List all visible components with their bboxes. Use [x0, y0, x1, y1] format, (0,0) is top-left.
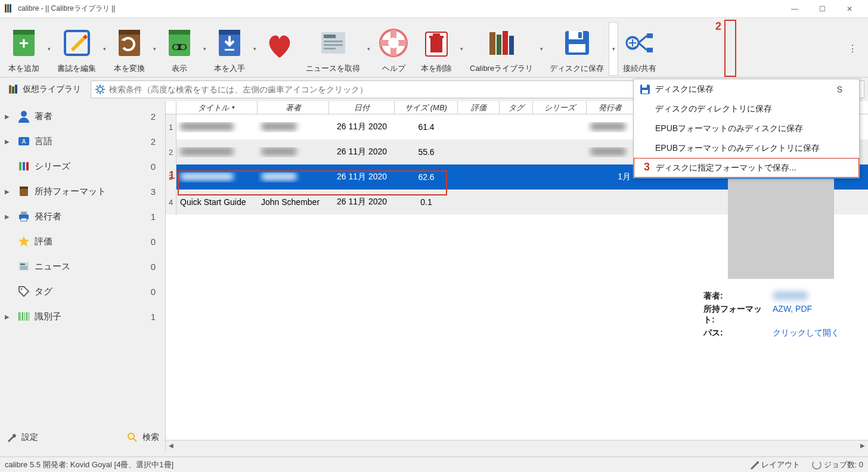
help-button[interactable]: ヘルプ	[372, 20, 415, 77]
svg-rect-22	[430, 38, 442, 52]
dropdown-arrow-icon[interactable]	[538, 22, 545, 76]
toolbar: + 本を追加 書誌を編集 本を変換 表示 本を入手 ニュースを取得 ヘルプ 本を…	[0, 18, 868, 77]
series-icon	[17, 159, 31, 173]
jobs-indicator[interactable]: ジョブ数: 0	[812, 459, 863, 470]
col-rating[interactable]: 評価	[458, 101, 500, 114]
sidebar: ▶ 著者 2 ▶ A 言語 2 シリーズ 0 ▶ 所持フォーマット	[0, 101, 166, 451]
search-button[interactable]: 検索	[127, 432, 159, 443]
edit-metadata-button[interactable]: 書誌を編集	[52, 20, 101, 77]
tag-icon	[17, 284, 31, 299]
svg-rect-37	[647, 48, 653, 52]
svg-rect-15	[324, 35, 336, 38]
view-button[interactable]: 表示	[158, 20, 201, 77]
svg-line-34	[638, 36, 647, 43]
svg-rect-13	[225, 49, 234, 51]
save-icon	[640, 84, 652, 95]
horizontal-scrollbar[interactable]: ◀▶	[166, 440, 868, 451]
dropdown-arrow-icon[interactable]	[201, 22, 208, 76]
virtual-library-button[interactable]: 仮想ライブラリ	[4, 82, 86, 97]
fetch-news-button[interactable]: ニュースを取得	[301, 20, 365, 77]
minimize-button[interactable]: —	[781, 0, 808, 18]
sidebar-item-rating[interactable]: 評価 0	[0, 229, 165, 254]
menu-save-epub-directory[interactable]: EPUBフォーマットのみディレクトリに保存	[634, 138, 859, 158]
svg-rect-76	[642, 90, 648, 94]
svg-line-73	[134, 439, 137, 442]
close-button[interactable]: ✕	[836, 0, 863, 18]
news-icon	[17, 259, 31, 274]
annotation-3: 3	[644, 161, 650, 173]
settings-button[interactable]: 設定	[6, 432, 38, 443]
menu-save-directory[interactable]: ディスクのディレクトリに保存	[634, 99, 859, 119]
spinner-icon	[812, 460, 822, 470]
col-date[interactable]: 日付	[329, 101, 395, 114]
delete-book-button[interactable]: 本を削除	[415, 20, 458, 77]
detail-format-value[interactable]: AZW, PDF	[773, 304, 812, 325]
col-size[interactable]: サイズ (MB)	[395, 101, 458, 114]
sidebar-item-author[interactable]: ▶ 著者 2	[0, 104, 165, 129]
svg-point-10	[181, 45, 185, 49]
svg-rect-28	[509, 36, 514, 55]
wrench-icon	[6, 432, 19, 443]
svg-rect-67	[20, 312, 21, 321]
svg-rect-25	[489, 32, 495, 55]
menu-save-epub-disk[interactable]: EPUBフォーマットのみディスクに保存	[634, 119, 859, 138]
calibre-library-button[interactable]: Calibreライブラリ	[465, 20, 538, 77]
status-bar: calibre 5.5 開発者: Kovid Goyal [4冊、選択中1冊] …	[0, 457, 868, 472]
fetch-book-button[interactable]: 本を入手	[208, 20, 251, 77]
window-title: calibre - || Calibreライブラリ ||	[18, 4, 115, 14]
col-tags[interactable]: タグ	[500, 101, 533, 114]
save-to-disk-button[interactable]: ディスクに保存	[545, 20, 609, 77]
svg-rect-32	[569, 44, 585, 52]
svg-point-9	[173, 45, 178, 49]
add-book-button[interactable]: + 本を追加	[2, 20, 45, 77]
sidebar-item-identifier[interactable]: ▶ 識別子 1	[0, 304, 165, 329]
col-title[interactable]: タイトル▼	[176, 101, 258, 114]
svg-rect-53	[19, 162, 21, 170]
heart-button[interactable]	[258, 20, 301, 77]
menu-save-specific-format[interactable]: ディスクに指定フォーマットで保存...	[634, 158, 859, 178]
sidebar-item-format[interactable]: ▶ 所持フォーマット 3	[0, 179, 165, 204]
overflow-menu-icon[interactable]: ⋮	[841, 43, 866, 54]
svg-rect-39	[12, 86, 14, 94]
sidebar-item-series[interactable]: シリーズ 0	[0, 154, 165, 179]
sidebar-item-tags[interactable]: タグ 0	[0, 279, 165, 304]
svg-rect-31	[578, 32, 582, 38]
col-author[interactable]: 著者	[258, 101, 329, 114]
detail-path-value[interactable]: クリックして開く	[773, 328, 839, 339]
svg-rect-24	[433, 33, 440, 36]
maximize-button[interactable]: ☐	[808, 0, 836, 18]
sidebar-item-language[interactable]: ▶ A 言語 2	[0, 129, 165, 154]
svg-rect-27	[503, 31, 508, 55]
chevron-right-icon: ▶	[5, 188, 13, 195]
convert-book-button[interactable]: 本を変換	[108, 20, 151, 77]
svg-rect-26	[497, 35, 501, 55]
col-publisher[interactable]: 発行者	[587, 101, 634, 114]
sidebar-item-publisher[interactable]: ▶ 発行者 1	[0, 204, 165, 229]
gear-icon[interactable]	[95, 84, 106, 95]
annotation-1: 1	[169, 169, 175, 182]
svg-text:A: A	[22, 138, 26, 145]
chevron-right-icon: ▶	[5, 313, 13, 320]
layout-button[interactable]: レイアウト	[749, 459, 800, 470]
svg-line-49	[103, 86, 104, 87]
svg-point-41	[98, 87, 103, 92]
svg-rect-75	[642, 85, 647, 88]
book-cover[interactable]	[728, 179, 834, 279]
dropdown-arrow-icon[interactable]	[101, 22, 108, 76]
dropdown-arrow-icon[interactable]	[251, 22, 258, 76]
details-panel: 著者: 所持フォーマット:AZW, PDF パス:クリックして開く	[703, 179, 858, 341]
dropdown-arrow-icon[interactable]	[365, 22, 372, 76]
menu-save-to-disk[interactable]: ディスクに保存 S	[634, 79, 859, 99]
chevron-right-icon: ▶	[5, 138, 13, 145]
save-to-disk-dropdown[interactable]: ▾	[609, 22, 618, 76]
col-series[interactable]: シリーズ	[533, 101, 587, 114]
save-dropdown-menu: ディスクに保存 S ディスクのディレクトリに保存 EPUBフォーマットのみディス…	[633, 79, 860, 178]
dropdown-arrow-icon[interactable]	[151, 22, 158, 76]
connect-share-button[interactable]: 接続/共有	[618, 20, 661, 77]
svg-point-50	[21, 111, 27, 117]
dropdown-arrow-icon[interactable]	[458, 22, 465, 76]
dropdown-arrow-icon[interactable]	[45, 22, 52, 76]
detail-author-value[interactable]	[773, 291, 808, 300]
svg-rect-18	[324, 48, 336, 49]
sidebar-item-news[interactable]: ニュース 0	[0, 254, 165, 279]
